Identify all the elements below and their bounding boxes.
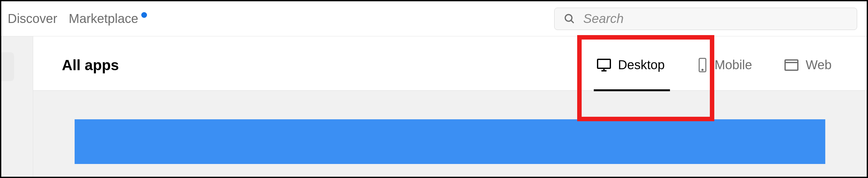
- search-container: [554, 8, 857, 30]
- web-icon: [784, 59, 799, 71]
- search-icon: [564, 13, 575, 25]
- highlight-wrapper: Desktop: [590, 51, 671, 79]
- content-area: All apps Desktop: [33, 36, 867, 177]
- main-area: All apps Desktop: [1, 36, 867, 177]
- svg-rect-7: [785, 60, 798, 70]
- nav-marketplace-label: Marketplace: [69, 11, 138, 26]
- platform-tabs: Desktop Mobile: [590, 51, 838, 79]
- tab-web[interactable]: Web: [777, 51, 838, 79]
- blue-banner: [74, 119, 825, 164]
- svg-line-1: [571, 20, 574, 23]
- notification-dot-icon: [141, 12, 147, 18]
- svg-rect-2: [597, 59, 610, 68]
- top-nav-bar: Discover Marketplace: [1, 1, 867, 36]
- svg-point-6: [702, 69, 703, 70]
- page-title: All apps: [62, 56, 590, 74]
- nav-links: Discover Marketplace: [8, 11, 138, 26]
- tab-underline: [594, 89, 670, 91]
- search-input[interactable]: [554, 8, 857, 30]
- nav-discover[interactable]: Discover: [8, 11, 57, 26]
- nav-discover-label: Discover: [8, 11, 57, 26]
- sidebar: [1, 36, 33, 177]
- tab-web-label: Web: [806, 58, 832, 72]
- tab-desktop-label: Desktop: [618, 58, 665, 72]
- tab-mobile-label: Mobile: [715, 58, 752, 72]
- sidebar-item[interactable]: [1, 52, 14, 81]
- tab-mobile[interactable]: Mobile: [690, 51, 758, 79]
- desktop-icon: [596, 57, 612, 73]
- mobile-icon: [697, 57, 708, 73]
- nav-marketplace[interactable]: Marketplace: [69, 11, 138, 26]
- tabs-header: All apps Desktop: [33, 36, 867, 91]
- tab-desktop[interactable]: Desktop: [590, 51, 671, 79]
- banner-area: [33, 91, 867, 177]
